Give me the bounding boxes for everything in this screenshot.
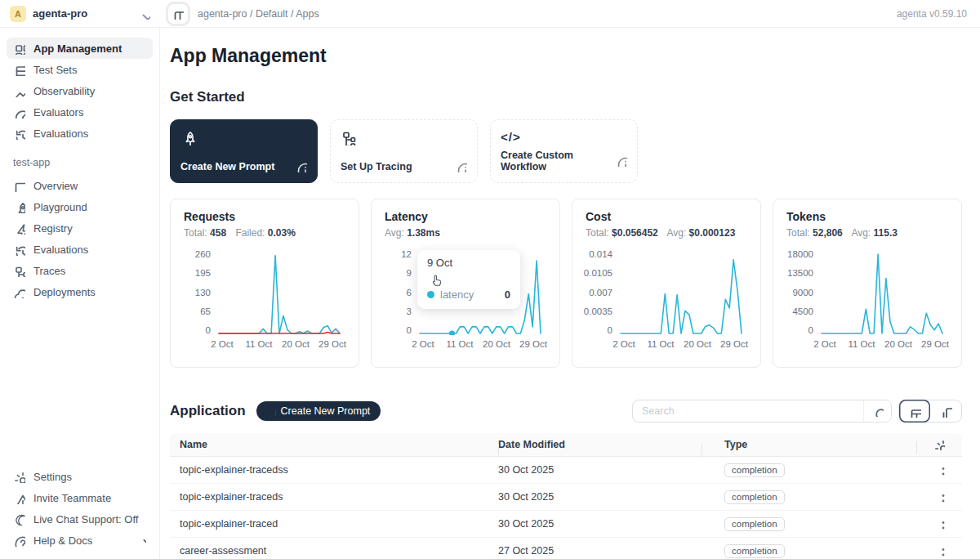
table-view-button[interactable] [899,400,930,423]
x-axis-labels: 2 Oct11 Oct20 Oct29 Oct [419,339,541,352]
cost-chart[interactable] [620,249,742,335]
chevron-right-icon [136,535,146,545]
y-axis-labels: 1800013500900045000 [786,249,821,335]
dots-vertical-icon [933,518,946,530]
view-toggle [898,400,962,423]
type-badge: completion [724,463,785,477]
top-bar: A agenta-pro agenta-pro / Default / Apps… [0,0,980,28]
history-icon [13,127,25,140]
panel-icon [172,8,184,20]
workspace-selector[interactable]: A agenta-pro [0,0,160,27]
test-sets-icon [13,64,25,76]
type-badge: completion [724,544,785,558]
tree-icon [13,265,25,277]
tokens-stat-card: Tokens Total: 52,806 Avg: 115.3 18000135… [773,199,962,368]
gear-icon [933,439,945,450]
sidebar-item-settings[interactable]: Settings [7,466,153,487]
sidebar-item-label: Traces [33,265,65,277]
create-new-prompt-button[interactable]: Create New Prompt [256,401,381,421]
sidebar-item-traces[interactable]: Traces [7,260,153,281]
sidebar-item-help-docs[interactable]: Help & Docs [7,530,153,551]
get-started-cards: Create New Prompt Set Up Tracing </> Cre… [170,119,962,183]
sidebar-item-observability[interactable]: Observability [7,80,153,101]
set-up-tracing-card[interactable]: Set Up Tracing [330,119,478,183]
dots-vertical-icon [933,491,946,503]
y-axis-labels: 260195130650 [184,249,218,335]
sidebar-item-evaluations[interactable]: Evaluations [7,123,153,144]
card-label: Create New Prompt [180,161,274,172]
date-modified: 30 Oct 2025 [498,491,713,503]
requests-chart[interactable] [218,249,341,335]
card-view-button[interactable] [930,400,961,423]
sidebar-item-playground[interactable]: Playground [7,196,153,217]
date-modified: 27 Oct 2025 [498,545,713,557]
page-title: App Management [170,45,962,67]
search-icon [872,405,884,417]
series-dot [427,291,434,298]
sidebar-item-evaluators[interactable]: Evaluators [7,101,153,123]
tooltip-date: 9 Oct [427,257,510,269]
table-row[interactable]: topic-explainer-tracedss 30 Oct 2025 com… [170,457,962,484]
date-modified: 30 Oct 2025 [498,464,713,476]
dots-vertical-icon [933,545,946,557]
sidebar-group-label: test-app [13,157,146,168]
y-axis-labels: 129630 [385,249,419,335]
row-menu-button[interactable] [930,461,948,479]
triangle-icon [13,492,25,504]
create-custom-workflow-card[interactable]: </> Create Custom Workflow [490,119,638,183]
row-menu-button[interactable] [930,515,948,533]
tooltip-series: latency [440,288,474,301]
info-icon[interactable] [616,155,627,167]
column-header-name: Name [170,439,498,450]
sidebar-item-label: Registry [33,222,73,235]
sidebar-item-registry[interactable]: Registry [7,217,153,239]
help-icon [13,534,25,547]
create-new-prompt-card[interactable]: Create New Prompt [170,119,318,183]
sidebar-item-app-evaluations[interactable]: Evaluations [7,239,153,260]
info-icon[interactable] [456,161,467,172]
workspace-name: agenta-pro [33,7,87,20]
get-started-title: Get Started [170,89,962,105]
y-axis-labels: 0.0140.01050.0070.00350 [586,249,620,335]
table-row[interactable]: career-assessment 27 Oct 2025 completion [170,538,962,559]
info-icon[interactable] [296,161,307,172]
table-settings-button[interactable] [930,436,948,454]
card-label: Set Up Tracing [341,161,412,172]
application-title: Application [170,403,246,419]
column-header-date-modified: Date Modified [498,439,713,450]
sidebar-item-test-sets[interactable]: Test Sets [7,59,153,80]
sidebar-item-label: Deployments [33,286,96,298]
app-name: topic-explainer-tracedss [170,464,498,476]
table-header: Name Date Modified Type [170,433,962,457]
x-axis-labels: 2 Oct11 Oct20 Oct29 Oct [218,339,341,352]
search-input[interactable] [633,405,863,417]
sidebar-item-live-chat-support[interactable]: Live Chat Support: Off [7,508,153,530]
app-version: agenta v0.59.10 [897,8,980,20]
latency-stat-card: Latency Avg: 1.38ms 129630 2 Oct11 Oct20… [371,199,560,368]
rocket-icon [13,201,25,213]
breadcrumb[interactable]: agenta-pro / Default / Apps [198,8,319,20]
stat-title: Latency [385,210,546,223]
sidebar-item-overview[interactable]: Overview [7,175,153,196]
table-row[interactable]: topic-explainer-traced 30 Oct 2025 compl… [170,511,962,538]
rocket-icon [180,130,196,145]
sidebar-item-label: Observability [33,85,95,97]
sidebar-item-app-management[interactable]: App Management [7,38,153,59]
sidebar: App Management Test Sets Observability E… [0,28,160,559]
code-icon: </> [501,130,627,144]
search-button[interactable] [863,400,891,422]
row-menu-button[interactable] [930,542,948,559]
app-name: topic-explainer-traced [170,518,498,530]
main-content: App Management Get Started Create New Pr… [160,28,980,559]
sidebar-item-label: Test Sets [33,64,77,76]
sidebar-item-invite-teammate[interactable]: Invite Teammate [7,487,153,508]
sidebar-item-label: Evaluators [33,106,83,119]
collapse-sidebar-button[interactable] [168,4,188,24]
sidebar-item-label: Overview [33,180,78,192]
sidebar-item-deployments[interactable]: Deployments [7,281,153,302]
tokens-chart[interactable] [821,249,943,335]
cost-stat-card: Cost Total: $0.056452 Avg: $0.000123 0.0… [572,199,761,368]
row-menu-button[interactable] [930,488,948,506]
table-row[interactable]: topic-explainer-traceds 30 Oct 2025 comp… [170,484,962,511]
stat-title: Cost [586,210,747,223]
